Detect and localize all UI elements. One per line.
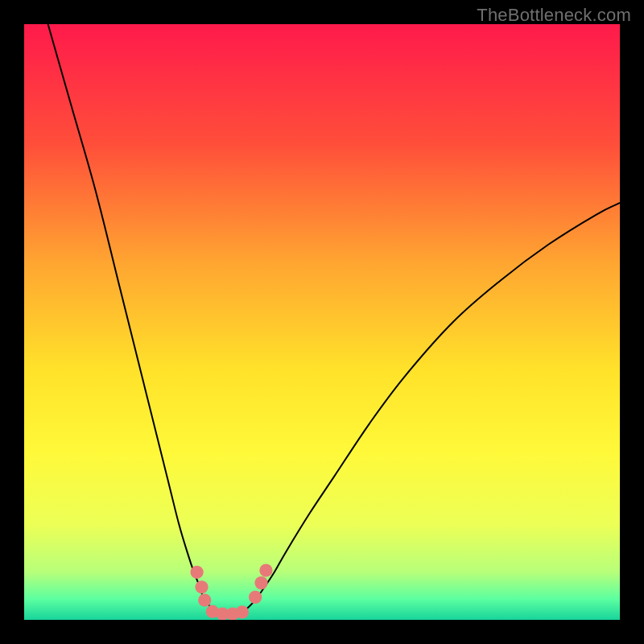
data-dot [259,564,272,576]
data-dot [195,580,208,593]
bottleneck-curve [48,24,620,615]
bottleneck-curve-layer [24,24,620,620]
plot-area [24,24,620,620]
data-dot [249,591,262,604]
data-dot [236,605,249,618]
chart-frame: TheBottleneck.com [0,0,644,644]
data-dot [198,593,211,606]
data-dot [190,566,203,579]
data-dot [254,576,267,589]
watermark-text: TheBottleneck.com [477,5,631,26]
